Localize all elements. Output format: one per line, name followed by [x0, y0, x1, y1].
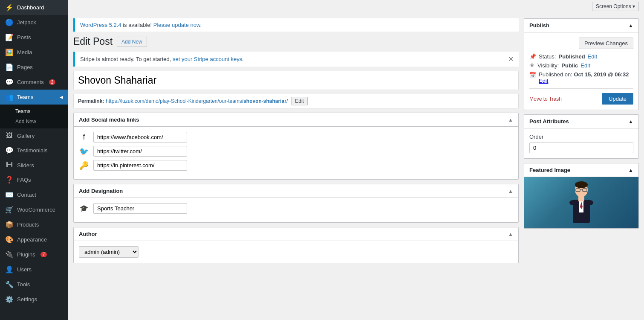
- post-title-input[interactable]: [73, 71, 519, 90]
- teams-icon: 👥: [5, 93, 14, 101]
- stripe-keys-link[interactable]: set your Stripe account keys: [173, 56, 242, 62]
- sidebar-item-media[interactable]: 🖼️ Media: [0, 45, 68, 60]
- add-new-button[interactable]: Add New: [117, 37, 147, 47]
- status-edit-link[interactable]: Edit: [588, 53, 597, 60]
- author-metabox: Author ▲ admin (admin): [73, 227, 519, 263]
- visibility-label: Visibility:: [537, 62, 559, 69]
- published-date: Oct 15, 2019 @ 06:32: [574, 71, 629, 78]
- author-metabox-header[interactable]: Author ▲: [74, 227, 518, 241]
- sidebar-item-label: FAQs: [17, 177, 31, 183]
- designation-input[interactable]: [93, 203, 187, 214]
- published-edit-link[interactable]: Edit: [539, 78, 548, 84]
- sidebar-item-label: Teams: [17, 94, 33, 100]
- teams-submenu: Teams Add New: [0, 105, 68, 128]
- pages-icon: 📄: [5, 63, 14, 71]
- posts-icon: 📝: [5, 33, 14, 41]
- active-arrow-icon: ◀: [60, 95, 63, 99]
- pinterest-input[interactable]: [93, 160, 187, 171]
- please-update-link[interactable]: Please update now.: [153, 22, 202, 28]
- featured-image-panel: Featured Image ▲: [524, 163, 639, 229]
- social-links-metabox: Add Social media links ▲ f 🐦 🔑: [73, 113, 519, 180]
- tools-icon: 🔧: [5, 280, 14, 288]
- sidebar-item-label: Sliders: [17, 162, 34, 169]
- sidebar-item-plugins[interactable]: 🔌 Plugins 7: [0, 247, 68, 262]
- plugins-icon: 🔌: [5, 250, 14, 259]
- designation-row: 🎓: [79, 203, 513, 214]
- sidebar-item-testimonials[interactable]: 💬 Testimonials: [0, 143, 68, 158]
- sidebar-subitem-addnew[interactable]: Add New: [0, 116, 68, 127]
- permalink-url[interactable]: https://luzuk.com/demo/play-School-Kinde…: [106, 98, 288, 104]
- permalink-label: Permalink:: [78, 98, 104, 104]
- jetpack-icon: 🔵: [5, 18, 14, 26]
- sidebar-item-label: Tools: [17, 281, 30, 288]
- sidebar-item-label: Contact: [17, 192, 36, 198]
- sidebar-item-contact[interactable]: ✉️ Contact: [0, 187, 68, 202]
- settings-icon: ⚙️: [5, 295, 14, 303]
- sidebar-item-comments[interactable]: 💬 Comments 2: [0, 75, 68, 90]
- post-attributes-panel: Post Attributes ▲ Order: [524, 114, 639, 159]
- sidebar-item-jetpack[interactable]: 🔵 Jetpack: [0, 15, 68, 30]
- media-icon: 🖼️: [5, 48, 14, 56]
- order-input[interactable]: [529, 143, 633, 153]
- featured-image-header[interactable]: Featured Image ▲: [524, 163, 638, 177]
- post-attributes-header[interactable]: Post Attributes ▲: [524, 115, 638, 128]
- facebook-input[interactable]: [93, 132, 187, 143]
- sidebar-item-faqs[interactable]: ❓ FAQs: [0, 172, 68, 187]
- twitter-icon: 🐦: [79, 147, 89, 156]
- published-date-row: 📅 Published on: Oct 15, 2019 @ 06:32 Edi…: [529, 71, 633, 84]
- preview-changes-button[interactable]: Preview Changes: [579, 38, 633, 49]
- publish-title: Publish: [529, 22, 549, 29]
- move-to-trash-link[interactable]: Move to Trash: [529, 96, 562, 102]
- permalink-edit-button[interactable]: Edit: [291, 97, 308, 105]
- wordpress-update-link[interactable]: WordPress 5.2.4: [80, 22, 121, 28]
- sidebar-item-posts[interactable]: 📝 Posts: [0, 30, 68, 45]
- social-links-title: Add Social media links: [79, 116, 139, 123]
- stripe-notice-close-button[interactable]: ✕: [508, 55, 514, 63]
- published-label: Published on:: [539, 71, 572, 78]
- sidebar-item-pages[interactable]: 📄 Pages: [0, 60, 68, 75]
- sidebar-item-users[interactable]: 👤 Users: [0, 262, 68, 277]
- sidebar-item-gallery[interactable]: 🖼 Gallery: [0, 128, 68, 143]
- sidebar-item-settings[interactable]: ⚙️ Settings: [0, 292, 68, 307]
- visibility-edit-link[interactable]: Edit: [580, 62, 590, 69]
- sidebar-item-products[interactable]: 📦 Products: [0, 217, 68, 232]
- sidebar-item-sliders[interactable]: 🎞 Sliders: [0, 158, 68, 172]
- svg-rect-8: [578, 196, 584, 201]
- sidebar-item-label: Users: [17, 266, 32, 273]
- contact-icon: ✉️: [5, 191, 14, 199]
- published-date-content: Published on: Oct 15, 2019 @ 06:32 Edit: [539, 71, 633, 84]
- sidebar: ⚡ Dashboard 🔵 Jetpack 📝 Posts 🖼️ Media 📄…: [0, 0, 68, 320]
- testimonials-icon: 💬: [5, 146, 14, 154]
- status-icon: 📌: [529, 53, 536, 60]
- twitter-input[interactable]: [93, 146, 187, 157]
- sidebar-item-teams[interactable]: 👥 Teams ◀: [0, 90, 68, 105]
- sidebar-item-label: Pages: [17, 64, 33, 70]
- products-icon: 📦: [5, 221, 14, 229]
- update-button[interactable]: Update: [602, 93, 633, 105]
- featured-image-placeholder[interactable]: [524, 177, 638, 228]
- content-wrap: WordPress 5.2.4 is available! Please upd…: [68, 13, 644, 320]
- comments-badge: 2: [49, 79, 56, 85]
- update-notice-text: is available!: [121, 22, 153, 28]
- sidebar-item-tools[interactable]: 🔧 Tools: [0, 277, 68, 292]
- designation-metabox-header[interactable]: Add Designation ▲: [74, 184, 518, 198]
- page-title: Edit Post: [73, 36, 113, 47]
- calendar-icon: 📅: [529, 72, 536, 78]
- sidebar-subitem-teams[interactable]: Teams: [0, 106, 68, 116]
- sidebar-item-woocommerce[interactable]: 🛒 WooCommerce: [0, 202, 68, 217]
- status-value: Published: [558, 53, 585, 60]
- sidebar-item-label: Jetpack: [17, 19, 36, 26]
- social-links-metabox-header[interactable]: Add Social media links ▲: [74, 113, 518, 127]
- visibility-icon: 👁: [529, 62, 535, 69]
- sidebar-item-label: WooCommerce: [17, 207, 55, 213]
- main-content: Screen Options ▾ WordPress 5.2.4 is avai…: [68, 0, 644, 320]
- screen-options-button[interactable]: Screen Options ▾: [592, 2, 639, 11]
- key-icon: 🔑: [79, 161, 89, 170]
- sidebar-item-appearance[interactable]: 🎨 Appearance: [0, 232, 68, 247]
- publish-panel-header[interactable]: Publish ▲: [524, 19, 638, 32]
- sidebar-item-label: Media: [17, 49, 32, 55]
- author-select[interactable]: admin (admin): [79, 246, 139, 258]
- twitter-row: 🐦: [79, 146, 513, 157]
- sidebar-item-dashboard[interactable]: ⚡ Dashboard: [0, 0, 68, 15]
- svg-point-9: [569, 200, 576, 205]
